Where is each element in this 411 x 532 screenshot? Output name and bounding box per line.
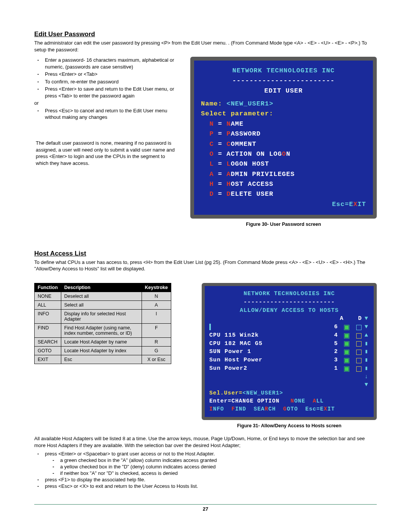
section1-left-column: Enter a password- 16 characters maximum,…: [34, 57, 183, 168]
crt-screen-host-access: NETWORK TECHNOLOGIES INC ---------------…: [202, 283, 377, 420]
table-row: EXITEscX or Esc: [35, 355, 171, 364]
step-item: To confirm, re-enter the password: [45, 78, 183, 85]
list-item: press <F1> to display the associated hel…: [45, 477, 377, 482]
host-row: CPU 182 MAC G55▮: [209, 340, 369, 348]
table-row: ALLSelect allA: [35, 301, 171, 310]
crt2-sel-user: Sel.User=<NEW_USER1>: [209, 389, 369, 397]
crt2-divider: ------------------------: [209, 298, 369, 307]
crt-menu-item: P = PASSWORD: [201, 129, 366, 139]
crt-menu-item: H = HOST ACCESS: [201, 179, 366, 189]
section-heading-edit-password: Edit User Password: [34, 30, 377, 38]
crt-menu-item: D = DELETE USER: [201, 189, 366, 199]
crt-esc-exit: Esc=EXIT: [201, 200, 366, 209]
crt-name-value: <NEW_USER1>: [226, 100, 273, 107]
step-item: Press <Enter> to save and return to the …: [45, 86, 183, 99]
crt-company: NETWORK TECHNOLOGIES INC: [201, 66, 366, 76]
table-row: FINDFind Host Adapter (using name, index…: [35, 324, 171, 338]
list-item: press <Esc> or <X> to exit and return to…: [45, 483, 377, 489]
bottom-list: press <Enter> or <Spacebar> to grant use…: [34, 451, 377, 489]
scroll-end-icon: ▼: [209, 381, 369, 389]
crt2-ad-header: A D ▼: [209, 315, 369, 323]
table-row: INFODisplay info for selected Host Adapt…: [35, 310, 171, 324]
crt2-status-line2: Enter=CHANGE OPTION NONE ALL: [209, 397, 369, 405]
default-password-note: The default user password is none, meani…: [34, 140, 183, 166]
step-item: Press <Enter> or <Tab>: [45, 71, 183, 78]
list-item: a green checked box in the "A" (allow) c…: [60, 457, 377, 463]
crt-menu-item: N = NAME: [201, 119, 366, 129]
list-item: a yellow checked box in the "D" (deny) c…: [60, 464, 377, 470]
crt-menu-item: L = LOGON HOST: [201, 159, 366, 169]
crt2-company: NETWORK TECHNOLOGIES INC: [209, 290, 369, 298]
crt-menu-item: C = COMMENT: [201, 139, 366, 149]
crt-divider: ------------------------: [201, 76, 366, 86]
list-item: press <Enter> or <Spacebar> to grant use…: [45, 451, 377, 476]
host-row: 6▼: [209, 323, 369, 331]
step-item: Press <Esc> to cancel and return to the …: [45, 107, 183, 121]
page-number: 27: [203, 506, 208, 512]
crt-menu-item: O = ACTION ON LOGON: [201, 149, 366, 159]
table-header: Keystroke: [142, 283, 171, 292]
crt-menu-item: A = ADMIN PRIVILEGES: [201, 169, 366, 179]
section-heading-host-access: Host Access List: [34, 250, 377, 257]
figure-caption-31: Figure 31- Allow/Deny Access to Hosts sc…: [202, 423, 377, 428]
crt2-title: ALLOW/DENY ACCESS TO HOSTS: [209, 307, 369, 315]
crt2-status-line3: INFO FIND SEARCH GOTO Esc=EXIT: [209, 405, 369, 413]
or-line: or: [34, 100, 183, 107]
section2-intro: To define what CPUs a user has access to…: [34, 259, 377, 272]
step-item: Enter a password- 16 characters maximum,…: [45, 57, 183, 70]
table-row: SEARCHLocate Host Adapter by nameR: [35, 338, 171, 347]
host-row: SUN Power 12▮: [209, 348, 369, 356]
section2-bottom-intro: All available Host Adapters will be list…: [34, 435, 377, 449]
table-row: GOTOLocate Host Adapter by indexG: [35, 347, 171, 355]
document-page: Edit User Password The administrator can…: [0, 0, 411, 523]
crt-subtitle: Select parameter:: [201, 109, 366, 119]
crt-name-label: Name:: [201, 100, 222, 107]
table-header: Description: [61, 283, 142, 292]
table-header: Function: [35, 283, 61, 292]
page-footer: 27: [34, 504, 377, 512]
section1-intro: The administrator can edit the user pass…: [34, 40, 377, 53]
host-row: Sun Host Power3▮: [209, 356, 369, 364]
host-row: Sun Power21▮: [209, 364, 369, 373]
crt-title: EDIT USER: [201, 86, 366, 96]
host-row: CPU 115 Win2k4▲: [209, 331, 369, 340]
scroll-down-icon: ↓: [209, 373, 369, 381]
figure-caption-30: Figure 30- User Password screen: [190, 222, 377, 227]
crt-screen-edit-user: NETWORK TECHNOLOGIES INC ---------------…: [190, 57, 377, 219]
list-item: if neither box "A" nor "D" is checked, a…: [60, 470, 377, 476]
table-row: NONEDeselect allN: [35, 292, 171, 301]
function-table: Function Description Keystroke NONEDesel…: [34, 283, 171, 364]
